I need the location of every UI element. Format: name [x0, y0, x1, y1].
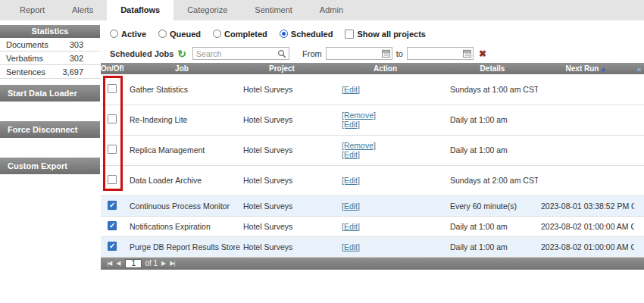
- clear-dates-icon[interactable]: ✖: [479, 48, 486, 59]
- stat-value: 302: [70, 52, 83, 64]
- job-project: Hotel Surveys: [240, 236, 324, 257]
- radio-queued-label: Queued: [170, 30, 201, 39]
- top-nav: Report Alerts Dataflows Categorize Senti…: [0, 0, 644, 20]
- start-data-loader-button[interactable]: Start Data Loader: [0, 85, 100, 102]
- table-row: Continuous Process Monitor Hotel Surveys…: [101, 195, 644, 216]
- job-name: Notifications Expiration: [123, 216, 240, 236]
- to-date-input[interactable]: [411, 48, 463, 58]
- stat-row-documents: Documents 303: [0, 38, 100, 52]
- force-disconnect-button[interactable]: Force Disconnect: [0, 121, 100, 138]
- col-header-onoff[interactable]: On/Off: [101, 63, 123, 74]
- radio-queued-control[interactable]: [158, 30, 167, 38]
- stat-value: 3,697: [62, 65, 83, 78]
- job-enabled-checkbox[interactable]: [108, 114, 117, 123]
- job-next-run: 2023-08-01 03:38:52 PM CDT: [538, 195, 634, 216]
- job-project: Hotel Surveys: [240, 135, 324, 165]
- page-number-input[interactable]: [125, 259, 142, 268]
- search-box: [192, 47, 289, 60]
- radio-active-control[interactable]: [110, 30, 118, 38]
- col-header-nextrun[interactable]: Next Run▲: [538, 63, 634, 74]
- pager-prev-icon[interactable]: ◀: [116, 260, 120, 267]
- radio-completed-control[interactable]: [213, 30, 221, 38]
- job-project: Hotel Surveys: [240, 216, 324, 236]
- radio-completed[interactable]: Completed: [213, 30, 267, 39]
- radio-queued[interactable]: Queued: [158, 30, 201, 39]
- edit-link[interactable]: [Edit]: [342, 242, 447, 251]
- edit-link[interactable]: [Edit]: [342, 150, 447, 159]
- page-of-label: of 1: [145, 259, 158, 267]
- tab-report[interactable]: Report: [6, 0, 58, 20]
- to-date-box: [407, 47, 474, 60]
- job-details: Daily at 1:00 am: [447, 216, 538, 236]
- job-enabled-checkbox[interactable]: [108, 242, 117, 251]
- job-next-run: 2023-08-02 01:00:00 AM CDT: [538, 236, 634, 257]
- show-all-projects-control[interactable]: [345, 30, 354, 39]
- table-row: Purge DB Report Results Store Hotel Surv…: [101, 236, 644, 257]
- col-header-job[interactable]: Job: [123, 63, 240, 74]
- column-chooser-icon[interactable]: «: [636, 64, 641, 73]
- radio-scheduled-label: Scheduled: [291, 30, 333, 39]
- remove-link[interactable]: [Remove]: [342, 141, 447, 150]
- radio-active[interactable]: Active: [110, 30, 146, 39]
- edit-link[interactable]: [Edit]: [342, 201, 447, 211]
- remove-link[interactable]: [Remove]: [342, 111, 447, 120]
- job-next-run: [538, 135, 634, 165]
- tab-dataflows[interactable]: Dataflows: [107, 0, 174, 20]
- from-label: From: [302, 49, 322, 58]
- pager-next-icon[interactable]: ▶: [161, 260, 165, 267]
- show-all-projects-label: Show all projects: [357, 30, 425, 39]
- tab-sentiment[interactable]: Sentiment: [241, 0, 306, 20]
- custom-export-button[interactable]: Custom Export: [0, 158, 100, 174]
- from-date-input[interactable]: [330, 48, 382, 58]
- edit-link[interactable]: [Edit]: [342, 176, 447, 185]
- col-header-chooser[interactable]: «: [634, 63, 644, 74]
- tab-alerts[interactable]: Alerts: [58, 0, 107, 20]
- job-project: Hotel Surveys: [240, 74, 324, 105]
- pager-last-icon[interactable]: ▶|: [170, 260, 174, 267]
- stat-label: Sentences: [6, 65, 45, 78]
- stat-row-sentences: Sentences 3,697: [0, 65, 100, 79]
- job-name: Gather Statistics: [123, 74, 240, 105]
- table-header-row: On/Off Job Project Action Details Next R…: [101, 63, 644, 74]
- job-enabled-checkbox[interactable]: [108, 201, 117, 210]
- table-row: Re-Indexing Lite Hotel Surveys [Remove] …: [101, 105, 644, 135]
- radio-scheduled-control[interactable]: [280, 30, 288, 38]
- tab-admin[interactable]: Admin: [306, 0, 357, 20]
- refresh-jobs-icon[interactable]: ↻: [177, 48, 186, 59]
- pager-first-icon[interactable]: |◀: [107, 260, 111, 267]
- job-project: Hotel Surveys: [240, 165, 324, 195]
- show-all-projects-checkbox[interactable]: Show all projects: [345, 30, 425, 39]
- tab-categorize[interactable]: Categorize: [174, 0, 241, 20]
- calendar-icon[interactable]: [382, 49, 390, 58]
- scheduled-jobs-title: Scheduled Jobs: [110, 49, 174, 58]
- job-enabled-checkbox[interactable]: [108, 175, 117, 184]
- job-enabled-checkbox[interactable]: [108, 145, 117, 154]
- job-details: Every 60 minute(s): [447, 195, 538, 216]
- main-content: Active Queued Completed Scheduled Show a…: [101, 20, 644, 270]
- col-header-details[interactable]: Details: [447, 63, 538, 74]
- radio-completed-label: Completed: [224, 30, 267, 39]
- job-enabled-checkbox[interactable]: [108, 221, 117, 230]
- edit-link[interactable]: [Edit]: [342, 120, 447, 129]
- edit-link[interactable]: [Edit]: [342, 85, 447, 94]
- stat-label: Documents: [6, 38, 48, 51]
- sidebar: Statistics Documents 303 Verbatims 302 S…: [0, 25, 100, 174]
- sort-asc-icon[interactable]: ▲: [600, 66, 606, 73]
- status-filter-row: Active Queued Completed Scheduled Show a…: [110, 28, 644, 39]
- table-row: Notifications Expiration Hotel Surveys […: [101, 216, 644, 236]
- radio-scheduled[interactable]: Scheduled: [280, 30, 333, 39]
- edit-link[interactable]: [Edit]: [342, 222, 447, 231]
- job-next-run: [538, 165, 634, 195]
- job-enabled-checkbox[interactable]: [108, 84, 117, 93]
- job-name: Purge DB Report Results Store: [123, 236, 240, 257]
- search-icon[interactable]: [277, 49, 286, 60]
- col-header-nextrun-label: Next Run: [566, 64, 599, 73]
- table-row: Data Loader Archive Hotel Surveys [Edit]…: [101, 165, 644, 195]
- search-input[interactable]: [196, 48, 275, 58]
- job-project: Hotel Surveys: [240, 195, 324, 216]
- job-details: Daily at 1:00 am: [447, 236, 538, 257]
- calendar-icon[interactable]: [463, 49, 471, 58]
- col-header-project[interactable]: Project: [240, 63, 324, 74]
- job-name: Continuous Process Monitor: [123, 195, 240, 216]
- col-header-action[interactable]: Action: [324, 63, 447, 74]
